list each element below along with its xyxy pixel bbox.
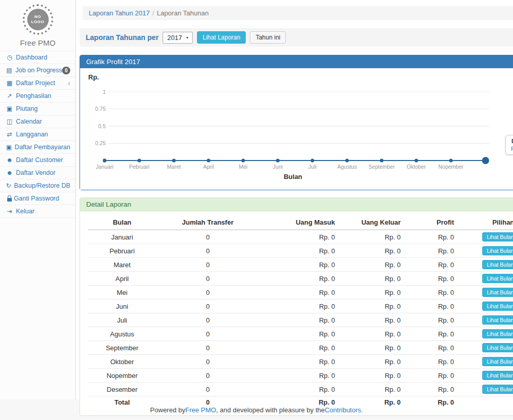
sidebar-item-dashboard[interactable]: ◷Dashboard <box>0 51 75 64</box>
lihat-laporan-button[interactable]: Lihat Laporan <box>197 31 246 44</box>
year-select-value: 2017 <box>167 34 182 42</box>
footer-contributors-link[interactable]: Contributors. <box>325 406 363 414</box>
sidebar-item-job-on-progress[interactable]: ▤Job on Progress0 <box>0 64 75 77</box>
svg-text:Pebruari: Pebruari <box>129 164 150 170</box>
cell-pilihan: Lihat Bulanan <box>458 299 513 313</box>
data-point-desember[interactable] <box>482 157 489 164</box>
sidebar-item-daftar-pembayaran[interactable]: ▣Daftar Pembayaran <box>0 141 75 154</box>
lihat-bulanan-button-juli[interactable]: Lihat Bulanan <box>482 315 513 325</box>
data-point-maret[interactable] <box>172 159 176 163</box>
breadcrumb-separator: / <box>152 9 154 17</box>
lihat-bulanan-button-agustus[interactable]: Lihat Bulanan <box>482 329 513 338</box>
lihat-bulanan-button-pebruari[interactable]: Lihat Bulanan <box>482 246 513 255</box>
lihat-bulanan-button-nopember[interactable]: Lihat Bulanan <box>482 371 513 380</box>
cell-bulan: Mei <box>88 286 156 299</box>
sidebar-item-langganan[interactable]: ⇄Langganan <box>0 128 75 141</box>
lihat-bulanan-button-januari[interactable]: Lihat Bulanan <box>482 232 513 242</box>
cell-pilihan: Lihat Bulanan <box>458 327 513 341</box>
lihat-bulanan-button-juni[interactable]: Lihat Bulanan <box>482 302 513 311</box>
column-header-profit: Profit <box>405 215 458 230</box>
lihat-bulanan-button-oktober[interactable]: Lihat Bulanan <box>482 357 513 366</box>
sidebar-item-keluar[interactable]: ⇥Keluar <box>0 205 75 218</box>
cell-jumlah_transfer: 0 <box>156 230 259 244</box>
cell-uang_keluar: Rp. 0 <box>339 299 405 313</box>
data-point-januari[interactable] <box>103 159 107 163</box>
caret-down-icon: ▾ <box>186 35 188 40</box>
sidebar-item-daftar-project[interactable]: ▦Daftar Project‹ <box>0 77 75 90</box>
cell-jumlah_transfer: 0 <box>156 369 259 383</box>
sidebar-item-ganti-password[interactable]: Ganti Password <box>0 192 75 205</box>
logo-area: NO LOGO Free PMO <box>0 0 75 51</box>
cell-profit: Rp. 0 <box>405 258 458 272</box>
app-logo: NO LOGO <box>23 4 53 35</box>
data-point-mei[interactable] <box>242 159 245 163</box>
data-point-oktober[interactable] <box>415 159 418 163</box>
profit-line-chart[interactable]: 00.250.50.751JanuariPebruariMaretAprilMe… <box>80 87 506 174</box>
sign-out-icon: ⇥ <box>5 208 14 215</box>
sidebar-item-backup-restore-db[interactable]: ↻Backup/Restore DB <box>0 179 75 192</box>
refresh-icon: ↻ <box>5 182 12 189</box>
dashboard-icon: ◷ <box>5 54 14 61</box>
data-point-september[interactable] <box>380 159 384 163</box>
table-row-agustus: Agustus0Rp. 0Rp. 0Rp. 0Lihat Bulanan <box>88 327 513 341</box>
footer-text-prefix: Powered by <box>150 406 186 414</box>
svg-text:Juli: Juli <box>308 164 317 170</box>
svg-text:Maret: Maret <box>167 164 181 170</box>
cell-jumlah_transfer: 0 <box>156 286 259 299</box>
data-point-juni[interactable] <box>276 159 280 163</box>
users-icon: ☻ <box>5 169 14 176</box>
cell-profit: Rp. 0 <box>405 286 458 299</box>
lock-icon <box>7 198 12 202</box>
cell-bulan: Desember <box>88 383 156 396</box>
total-profit: Rp. 0 <box>405 396 458 409</box>
total-pilihan-empty <box>458 396 513 409</box>
lihat-bulanan-button-desember[interactable]: Lihat Bulanan <box>482 385 513 394</box>
cell-pilihan: Lihat Bulanan <box>458 272 513 286</box>
sidebar-item-daftar-vendor[interactable]: ☻Daftar Vendor <box>0 167 75 179</box>
logo-text-bottom: LOGO <box>31 19 45 25</box>
sidebar-item-calendar[interactable]: ◫Calendar <box>0 115 75 128</box>
cell-pilihan: Lihat Bulanan <box>458 286 513 299</box>
cell-profit: Rp. 0 <box>405 272 458 286</box>
column-header-jumlah-transfer: Jumlah Transfer <box>156 215 259 230</box>
data-point-pebruari[interactable] <box>137 159 141 163</box>
svg-text:Juni: Juni <box>273 164 283 170</box>
cell-uang_masuk: Rp. 0 <box>259 230 339 244</box>
cell-uang_masuk: Rp. 0 <box>259 313 339 327</box>
data-point-april[interactable] <box>207 159 210 163</box>
lihat-bulanan-button-mei[interactable]: Lihat Bulanan <box>482 288 513 297</box>
cell-bulan: Pebruari <box>88 244 156 258</box>
cell-uang_keluar: Rp. 0 <box>339 327 405 341</box>
sidebar-item-daftar-customer[interactable]: ☻Daftar Customer <box>0 154 75 167</box>
cell-profit: Rp. 0 <box>405 355 458 369</box>
detail-panel-title: Detail Laporan <box>80 198 513 211</box>
data-point-nopember[interactable] <box>449 159 453 163</box>
tahun-ini-button[interactable]: Tahun ini <box>250 31 286 44</box>
footer-freepmo-link[interactable]: Free PMO <box>185 406 216 414</box>
lihat-bulanan-button-september[interactable]: Lihat Bulanan <box>482 343 513 352</box>
lihat-bulanan-button-april[interactable]: Lihat Bulanan <box>482 274 513 283</box>
y-axis-title: Rp. <box>88 73 99 81</box>
svg-text:Oktober: Oktober <box>407 164 426 170</box>
cell-pilihan: Lihat Bulanan <box>458 258 513 272</box>
data-point-agustus[interactable] <box>345 159 349 163</box>
cell-pilihan: Lihat Bulanan <box>458 383 513 396</box>
svg-text:0.5: 0.5 <box>98 123 106 129</box>
sidebar-item-piutang[interactable]: ▣Piutang <box>0 103 75 115</box>
main-content: Laporan Tahun 2017/Laporan Tahunan Lapor… <box>76 0 513 399</box>
svg-text:Nopember: Nopember <box>438 164 464 170</box>
sidebar-item-penghasilan[interactable]: ↗Penghasilan <box>0 90 75 103</box>
year-select[interactable]: 2017 ▾ <box>163 32 193 44</box>
table-header-row: BulanJumlah TransferUang MasukUang Kelua… <box>88 215 513 230</box>
cell-jumlah_transfer: 0 <box>156 244 259 258</box>
money-icon: ▣ <box>5 144 13 151</box>
data-point-juli[interactable] <box>311 159 314 163</box>
chart-panel-title: Grafik Profit 2017 <box>80 55 513 68</box>
cell-jumlah_transfer: 0 <box>156 355 259 369</box>
cell-uang_masuk: Rp. 0 <box>259 258 339 272</box>
chart-area: Rp. 00.250.50.751JanuariPebruariMaretApr… <box>80 68 513 190</box>
lihat-bulanan-button-maret[interactable]: Lihat Bulanan <box>482 260 513 269</box>
breadcrumb-link-laporan-tahun-2017[interactable]: Laporan Tahun 2017 <box>89 9 150 17</box>
brand-name: Free PMO <box>0 38 75 47</box>
svg-text:September: September <box>368 164 395 170</box>
